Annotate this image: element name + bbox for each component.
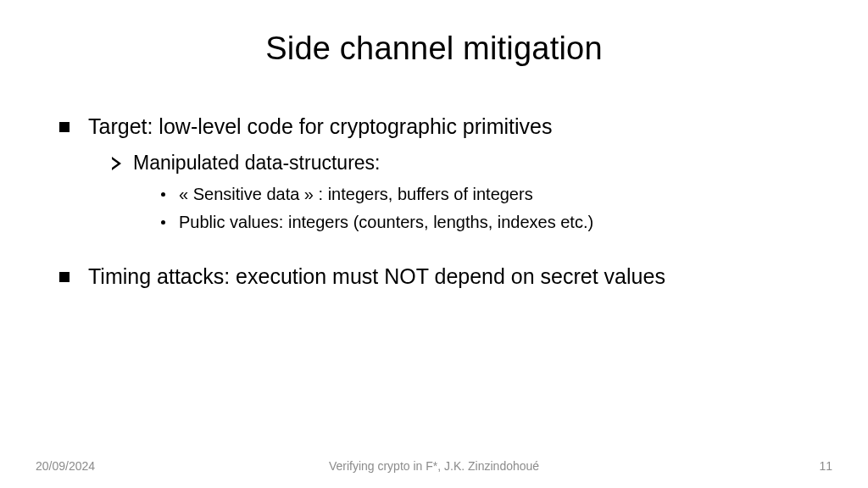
slide-title: Side channel mitigation [59,30,809,67]
dot-bullet-icon [161,220,165,225]
bullet-level3: Public values: integers (counters, lengt… [161,211,809,234]
slide-footer: 20/09/2024 Verifying crypto in F*, J.K. … [0,459,868,473]
bullet-text: Manipulated data-structures: [133,150,381,176]
bullet-level1: Timing attacks: execution must NOT depen… [59,263,809,291]
slide-content: Target: low-level code for cryptographic… [59,113,809,291]
square-bullet-icon [59,122,70,132]
bullet-text: Timing attacks: execution must NOT depen… [88,263,665,291]
dot-bullet-icon [161,192,165,197]
footer-page-number: 11 [819,459,832,473]
bullet-text: Target: low-level code for cryptographic… [88,113,552,141]
footer-date: 20/09/2024 [36,459,95,473]
bullet-text: « Sensitive data » : integers, buffers o… [179,183,533,206]
slide: Side channel mitigation Target: low-leve… [0,0,868,488]
chevron-right-icon [112,157,121,170]
bullet-text: Public values: integers (counters, lengt… [179,211,593,234]
spacer [59,239,809,263]
bullet-level2: Manipulated data-structures: [112,150,809,176]
footer-title: Verifying crypto in F*, J.K. Zinzindohou… [0,459,868,473]
square-bullet-icon [59,272,70,282]
bullet-level1: Target: low-level code for cryptographic… [59,113,809,141]
bullet-level3: « Sensitive data » : integers, buffers o… [161,183,809,206]
